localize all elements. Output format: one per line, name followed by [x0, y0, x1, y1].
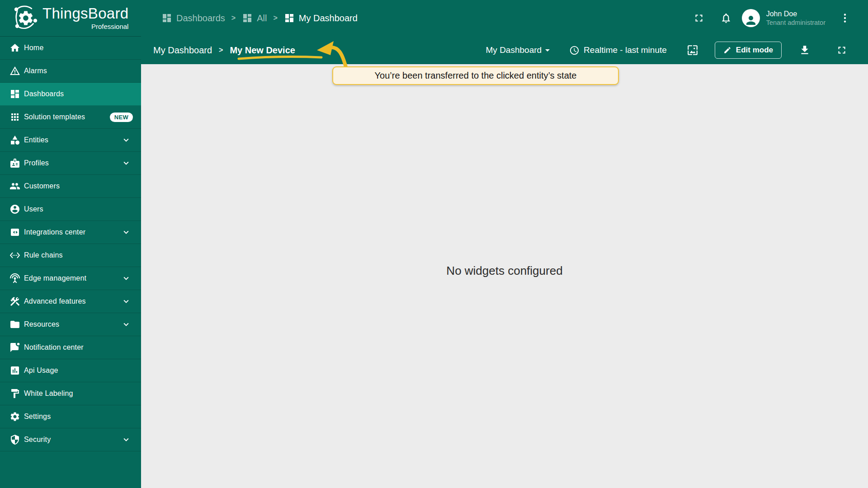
sidebar-item-settings[interactable]: Settings — [0, 405, 141, 428]
download-icon — [799, 44, 811, 56]
timewindow-button[interactable]: Realtime - last minute — [569, 45, 667, 56]
chevron-down-icon — [121, 227, 131, 237]
dashboard-icon — [242, 13, 253, 23]
sidebar-item-label: White Labeling — [24, 389, 73, 398]
clock-icon — [569, 45, 580, 56]
antenna-icon — [9, 273, 20, 284]
sidebar-item-label: Rule chains — [24, 251, 63, 259]
sidebar-item-label: Solution templates — [24, 113, 85, 121]
toolbar-fullscreen-button[interactable] — [836, 44, 848, 56]
logo-title: ThingsBoard — [42, 6, 128, 22]
dashboard-icon — [161, 13, 172, 23]
chevron-down-icon — [121, 296, 131, 306]
export-download-button[interactable] — [799, 44, 811, 56]
sidebar-item-label: Resources — [24, 320, 59, 328]
timewindow-label: Realtime - last minute — [584, 45, 667, 55]
sidebar-item-label: Alarms — [24, 67, 47, 75]
sidebar-item-solution-templates[interactable]: Solution templatesNEW — [0, 106, 141, 129]
sidebar-item-users[interactable]: Users — [0, 198, 141, 221]
sidebar-item-notification-center[interactable]: Notification center — [0, 336, 141, 359]
paint-icon — [9, 388, 20, 399]
state-item-my-new-device[interactable]: My New Device — [230, 45, 295, 56]
top-header: ThingsBoard Professional Dashboards>All>… — [0, 0, 868, 36]
breadcrumb-item-my-dashboard[interactable]: My Dashboard — [284, 13, 358, 23]
dashboard-select[interactable]: My Dashboard — [486, 45, 553, 56]
chat-dot-icon — [9, 342, 20, 353]
sidebar-item-dashboards[interactable]: Dashboards — [0, 83, 141, 106]
breadcrumb-label: All — [257, 13, 267, 23]
sidebar-item-profiles[interactable]: Profiles — [0, 152, 141, 175]
fullscreen-icon — [836, 44, 848, 56]
folder-icon — [9, 319, 20, 330]
integration-icon — [9, 227, 20, 238]
breadcrumb: Dashboards>All>My Dashboard — [161, 13, 358, 23]
dashboard-image-button[interactable] — [687, 44, 698, 56]
more-vert-icon — [839, 12, 851, 24]
sidebar-item-label: Users — [24, 205, 43, 213]
sidebar: HomeAlarmsDashboardsSolution templatesNE… — [0, 36, 141, 488]
sidebar-item-entities[interactable]: Entities — [0, 129, 141, 152]
sidebar-item-edge-management[interactable]: Edge management — [0, 267, 141, 290]
user-info: John Doe Tenant administrator — [766, 9, 826, 27]
sidebar-item-label: Profiles — [24, 159, 49, 167]
sidebar-item-api-usage[interactable]: Api Usage — [0, 359, 141, 382]
category-icon — [9, 135, 20, 145]
sidebar-item-white-labeling[interactable]: White Labeling — [0, 382, 141, 405]
sidebar-item-resources[interactable]: Resources — [0, 313, 141, 336]
sidebar-item-alarms[interactable]: Alarms — [0, 60, 141, 83]
chevron-down-icon — [121, 435, 131, 445]
breadcrumb-item-dashboards[interactable]: Dashboards — [161, 13, 225, 23]
breadcrumb-label: My Dashboard — [299, 13, 358, 23]
chevron-down-icon — [121, 135, 131, 145]
alarm-icon — [9, 66, 20, 76]
ethernet-icon — [9, 250, 20, 261]
sidebar-item-label: Edge management — [24, 274, 86, 282]
sidebar-item-home[interactable]: Home — [0, 37, 141, 60]
account-icon — [9, 204, 20, 215]
more-menu-button[interactable] — [839, 12, 851, 24]
dashboard-toolbar: My Dashboard>My New Device My Dashboard … — [141, 36, 868, 64]
badge-icon — [9, 158, 20, 169]
header-actions: John Doe Tenant administrator — [693, 9, 851, 27]
sidebar-item-customers[interactable]: Customers — [0, 175, 141, 198]
state-item-my-dashboard[interactable]: My Dashboard — [153, 45, 212, 56]
chevron-down-icon — [121, 319, 131, 329]
gear-icon — [9, 411, 20, 422]
dashboard-select-label: My Dashboard — [486, 45, 542, 55]
sidebar-item-label: Advanced features — [24, 297, 86, 305]
sidebar-item-label: Api Usage — [24, 366, 58, 375]
breadcrumb-label: Dashboards — [176, 13, 225, 23]
sidebar-item-security[interactable]: Security — [0, 428, 141, 451]
edit-mode-label: Edit mode — [736, 46, 773, 55]
state-separator: > — [219, 46, 223, 54]
dashboard-icon — [284, 13, 295, 23]
empty-state-message: No widgets configured — [446, 264, 562, 278]
caret-down-icon — [542, 45, 553, 56]
state-breadcrumb: My Dashboard>My New Device — [153, 45, 295, 56]
sidebar-item-integrations-center[interactable]: Integrations center — [0, 221, 141, 244]
wallpaper-icon — [687, 44, 698, 56]
breadcrumb-item-all[interactable]: All — [242, 13, 267, 23]
apps-icon — [9, 112, 20, 122]
avatar[interactable] — [742, 9, 760, 27]
fullscreen-button[interactable] — [693, 12, 705, 24]
dashboard-content: No widgets configured — [141, 64, 868, 488]
dashboard-icon — [9, 89, 20, 99]
pencil-icon — [723, 46, 731, 54]
app-logo[interactable]: ThingsBoard Professional — [0, 0, 141, 36]
breadcrumb-separator: > — [273, 14, 277, 22]
sidebar-item-label: Home — [24, 44, 43, 52]
edit-mode-button[interactable]: Edit mode — [715, 42, 782, 59]
sidebar-item-label: Security — [24, 436, 51, 444]
sidebar-item-advanced-features[interactable]: Advanced features — [0, 290, 141, 313]
logo-subtitle: Professional — [91, 23, 129, 30]
sidebar-item-label: Entities — [24, 136, 48, 144]
sidebar-item-rule-chains[interactable]: Rule chains — [0, 244, 141, 267]
notifications-button[interactable] — [720, 12, 732, 24]
construction-icon — [9, 296, 20, 307]
people-icon — [9, 181, 20, 192]
bell-icon — [720, 12, 732, 24]
logo-text: ThingsBoard Professional — [42, 6, 128, 30]
thingsboard-logo-icon — [13, 5, 39, 31]
person-icon — [744, 14, 758, 27]
